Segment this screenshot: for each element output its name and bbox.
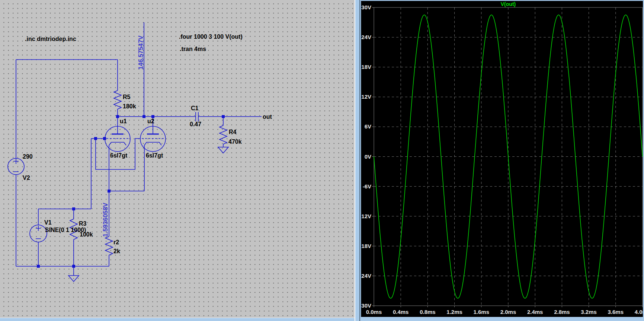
junction [108, 190, 110, 193]
spice-directive-tran[interactable]: .tran 4ms [180, 46, 206, 52]
x-tick-label: 3.6ms [608, 309, 624, 315]
junction [222, 115, 225, 118]
y-tick-label: -30V [361, 302, 371, 309]
y-tick-label: 18V [361, 64, 371, 70]
capacitor-c1-symbol[interactable] [196, 112, 198, 121]
x-tick-label: 2.0ms [500, 309, 516, 315]
junction [72, 207, 75, 210]
resistor-r5-name[interactable]: R5 [123, 94, 131, 100]
spice-directive-include[interactable]: .inc dmtriodep.inc [25, 36, 76, 42]
schematic-pane[interactable]: R5 180k R4 470k R3 100k r2 2k [0, 0, 355, 318]
triode-u1-name[interactable]: u1 [120, 118, 127, 124]
resistor-r3-name[interactable]: R3 [79, 220, 87, 227]
y-tick-label: 6V [365, 123, 371, 130]
x-tick-label: 0.0ms [366, 309, 382, 315]
resistor-r2-name[interactable]: r2 [113, 239, 119, 245]
y-tick-label: 30V [361, 4, 371, 10]
schematic-canvas[interactable]: R5 180k R4 470k R3 100k r2 2k [0, 0, 355, 318]
waveform-canvas[interactable]: 0.0ms0.4ms0.8ms1.2ms1.6ms2.0ms2.4ms2.8ms… [361, 1, 643, 317]
triode-u1-cathode [109, 142, 126, 145]
x-tick-label: 0.4ms [393, 309, 409, 315]
resistor-r2-symbol[interactable] [105, 236, 113, 255]
capacitor-c1-value[interactable]: 0.47 [190, 121, 201, 127]
x-tick-label: 3.2ms [581, 309, 597, 315]
resistor-r4-symbol[interactable] [220, 125, 227, 144]
x-tick-label: 2.4ms [527, 309, 543, 315]
x-tick-label: 0.8ms [420, 309, 436, 315]
voltage-source-v2-name[interactable]: V2 [23, 175, 30, 181]
triode-u1-model[interactable]: 6sl7gt [110, 152, 128, 159]
junction [103, 137, 106, 140]
voltage-label-plate[interactable]: 146.57547V [137, 35, 144, 70]
plot-title-vout[interactable]: V(out) [501, 1, 516, 7]
triode-u2-cathode [144, 142, 161, 145]
triode-u2-name[interactable]: u2 [147, 118, 154, 124]
resistor-r5-symbol[interactable] [114, 90, 121, 109]
capacitor-c1-name[interactable]: C1 [191, 105, 199, 111]
resistor-r4-value[interactable]: 470k [228, 139, 242, 145]
voltage-source-v1-polarity [36, 226, 41, 239]
junction [72, 265, 75, 268]
y-tick-label: 12V [361, 93, 371, 100]
junction [37, 265, 40, 268]
waveform-pane: 0.0ms0.4ms0.8ms1.2ms1.6ms2.0ms2.4ms2.8ms… [360, 0, 644, 321]
wire-input[interactable] [38, 139, 91, 209]
resistor-r2-value[interactable]: 2k [113, 248, 120, 254]
resistor-r5-value[interactable]: 180k [123, 103, 136, 109]
resistor-r4-name[interactable]: R4 [229, 129, 237, 135]
ltspice-window: R5 180k R4 470k R3 100k r2 2k [0, 0, 644, 321]
voltage-source-v1-name[interactable]: V1 [44, 219, 52, 226]
voltage-label-cathode[interactable]: 1.5936058V [102, 203, 109, 237]
ground-symbol-main[interactable] [68, 276, 79, 282]
capacitor-c1[interactable]: C1 0.47 [190, 105, 201, 127]
y-tick-label: 0V [365, 153, 371, 160]
y-tick-label: -6V [363, 183, 371, 190]
ground-symbol-r4[interactable] [218, 147, 228, 153]
x-tick-label: 4.0ms [635, 309, 643, 315]
junctions [37, 115, 225, 268]
x-tick-label: 1.6ms [474, 309, 490, 315]
junction [94, 137, 97, 140]
voltage-source-v1-value[interactable]: SINE(0 1 1000) [45, 227, 86, 233]
resistor-r5[interactable]: R5 180k [114, 90, 136, 109]
y-tick-label: -12V [361, 213, 371, 219]
resistor-r4[interactable]: R4 470k [218, 125, 242, 153]
triode-u2-model[interactable]: 6sl7gt [146, 152, 163, 159]
voltage-source-v2[interactable]: 290 V2 [8, 153, 33, 181]
x-tick-label: 2.8ms [554, 309, 570, 315]
x-tick-label: 1.2ms [446, 309, 462, 315]
voltage-source-v2-value[interactable]: 290 [23, 153, 33, 160]
waveform-plot-area[interactable]: 0.0ms0.4ms0.8ms1.2ms1.6ms2.0ms2.4ms2.8ms… [361, 1, 643, 317]
voltage-source-v2-polarity [13, 159, 19, 172]
y-tick-label: -24V [361, 273, 371, 279]
spice-directive-fourier[interactable]: .four 1000 3 100 V(out) [179, 34, 243, 40]
schematic-bottom-frame [0, 318, 355, 321]
junction [142, 115, 145, 118]
resistor-r2[interactable]: r2 2k [105, 236, 120, 255]
y-tick-label: 24V [361, 34, 371, 40]
pane-splitter[interactable] [355, 0, 360, 321]
net-label-out[interactable]: out [263, 114, 272, 120]
y-tick-label: -18V [361, 243, 371, 249]
